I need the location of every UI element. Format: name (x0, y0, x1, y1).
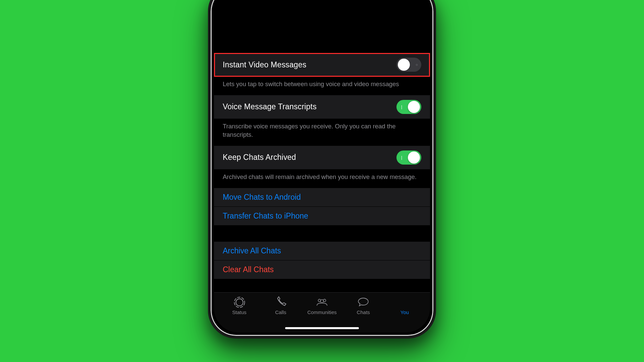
status-icon (233, 297, 246, 307)
toggle-keep-archived[interactable] (396, 150, 421, 165)
setting-row-keep-archived[interactable]: Keep Chats Archived (214, 146, 430, 170)
tab-label: Chats (357, 309, 370, 315)
section-gap (214, 226, 430, 242)
toggle-knob (408, 152, 420, 164)
setting-label: Voice Message Transcripts (223, 102, 317, 111)
link-archive-all[interactable]: Archive All Chats (214, 242, 430, 260)
link-move-android[interactable]: Move Chats to Android (214, 188, 430, 207)
setting-label: Instant Video Messages (223, 60, 306, 69)
screen: Instant Video Messages Lets you tap to s… (214, 0, 430, 333)
tab-you[interactable]: You (384, 297, 425, 333)
toggle-instant-video[interactable] (396, 58, 421, 72)
toggle-knob (398, 59, 410, 71)
link-transfer-iphone[interactable]: Transfer Chats to iPhone (214, 207, 430, 226)
tab-label: Calls (275, 309, 286, 315)
you-icon (398, 297, 411, 307)
setting-desc-instant-video: Lets you tap to switch between using voi… (214, 77, 430, 95)
toggle-voice-transcripts[interactable] (396, 100, 421, 114)
setting-row-voice-transcripts[interactable]: Voice Message Transcripts (214, 95, 430, 119)
tab-label: Status (232, 309, 247, 315)
toggle-knob (408, 101, 420, 113)
communities-icon (316, 297, 328, 307)
setting-label: Keep Chats Archived (223, 153, 296, 162)
link-clear-all[interactable]: Clear All Chats (214, 260, 430, 279)
svg-point-4 (320, 299, 323, 302)
tab-label: You (400, 309, 409, 315)
phone-icon (274, 297, 287, 307)
setting-row-instant-video[interactable]: Instant Video Messages (214, 53, 430, 77)
setting-desc-voice-transcripts: Transcribe voice messages you receive. O… (214, 119, 430, 146)
svg-point-0 (236, 299, 243, 306)
setting-desc-keep-archived: Archived chats will remain archived when… (214, 170, 430, 188)
settings-scroll[interactable]: Instant Video Messages Lets you tap to s… (214, 0, 430, 292)
chats-icon (357, 297, 370, 307)
tab-status[interactable]: Status (219, 297, 260, 333)
tab-bar: Status Calls Communities Chats (214, 292, 430, 333)
home-indicator[interactable] (285, 327, 359, 329)
tab-label: Communities (307, 309, 337, 315)
phone-frame: Instant Video Messages Lets you tap to s… (208, 0, 436, 339)
